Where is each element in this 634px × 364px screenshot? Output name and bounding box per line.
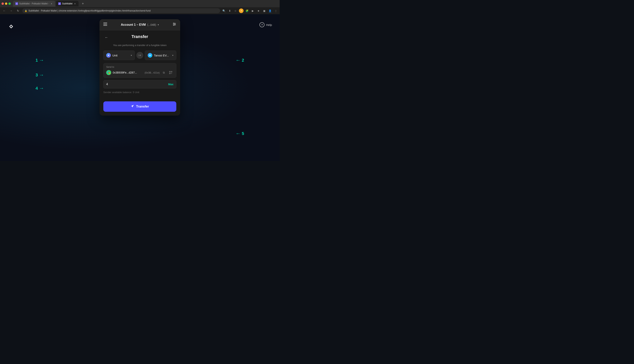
send-to-label: Send to — [106, 66, 173, 68]
menu-dots-icon[interactable]: ⋮ — [274, 8, 278, 13]
svg-point-7 — [173, 23, 174, 24]
panel-header: Account 1 – EVM (...04B) ▾ — [100, 19, 180, 30]
address-avatar — [106, 70, 111, 75]
from-chain-logo — [106, 53, 111, 58]
transfer-button-label: Transfer — [136, 105, 149, 108]
to-chain-selector[interactable]: Tanssi EV... ▾ — [145, 50, 176, 60]
sender-balance: Sender available balance: 5 Unit — [103, 91, 176, 94]
extension-icon-4[interactable]: ★ — [256, 8, 261, 13]
help-circle-icon: ? — [259, 22, 264, 27]
tab-label-2: SubWallet — [62, 2, 73, 5]
svg-rect-1 — [103, 23, 107, 23]
svg-rect-2 — [103, 24, 107, 24]
amount-field[interactable]: 4 Max — [103, 80, 176, 88]
qr-scan-button[interactable] — [168, 70, 173, 75]
to-chain-logo — [148, 53, 152, 58]
annotation-5: ← 5 — [236, 130, 244, 136]
from-chain-left: Unit — [106, 53, 118, 58]
send-icon — [131, 104, 134, 109]
tab-bar: S SubWallet - Polkadot Wallet - ✕ S SubW… — [0, 0, 280, 7]
svg-point-9 — [173, 25, 174, 26]
tab-close-1[interactable]: ✕ — [50, 2, 53, 5]
annotation-4: 4 → — [36, 85, 44, 91]
settings-icon[interactable] — [173, 22, 176, 27]
transfer-title: Transfer — [110, 34, 170, 39]
address-bar: ← → ↻ 🔒 SubWallet - Polkadot Wallet | ch… — [0, 7, 280, 14]
transfer-button[interactable]: Transfer — [103, 101, 176, 112]
tab-subwallet[interactable]: S SubWallet ✕ — [56, 1, 79, 6]
new-tab-button[interactable]: + — [80, 1, 86, 6]
zoom-icon[interactable]: 🔍 — [222, 8, 226, 13]
extension-icon-2[interactable]: 🧩 — [245, 8, 249, 13]
help-button[interactable]: ? Help — [259, 22, 272, 27]
from-chain-chevron-icon: ▾ — [131, 54, 132, 57]
back-button[interactable]: ← — [103, 34, 110, 40]
svg-rect-17 — [170, 72, 170, 72]
forward-button[interactable]: → — [9, 8, 14, 14]
browser-chrome: S SubWallet - Polkadot Wallet - ✕ S SubW… — [0, 0, 280, 14]
bookmark-icon[interactable]: ☆ — [233, 8, 238, 13]
transfer-direction-arrow — [136, 52, 143, 59]
svg-rect-19 — [170, 73, 170, 74]
arrow-right-1: → — [39, 57, 44, 63]
recipient-address: 0x3B939Fe...d287... — [113, 71, 143, 74]
wallet-panel: Account 1 – EVM (...04B) ▾ ← Transfer Yo… — [100, 19, 180, 116]
subwallet-logo — [8, 23, 15, 30]
back-button[interactable]: ← — [2, 8, 7, 14]
profile-icon[interactable]: 👤 — [268, 8, 272, 13]
transfer-subtitle: You are performing a transfer of a fungi… — [103, 44, 176, 47]
tab-favicon-2: S — [58, 2, 61, 5]
toolbar-right: 🔍 ⬇ ☆ ? 🧩 ▶ ★ ▣ 👤 ⋮ — [222, 8, 278, 13]
from-chain-selector[interactable]: Unit ▾ — [103, 50, 135, 60]
svg-rect-20 — [171, 73, 172, 73]
extension-icon-1[interactable]: ? — [239, 8, 244, 13]
chain-selectors-row: Unit ▾ — [103, 50, 176, 60]
svg-point-8 — [175, 24, 175, 24]
from-chain-name: Unit — [112, 54, 118, 57]
maximize-window-button[interactable] — [9, 2, 11, 5]
tab-subwallet-polkadot[interactable]: S SubWallet - Polkadot Wallet - ✕ — [13, 1, 55, 6]
account-name: Account 1 – EVM — [121, 23, 146, 26]
transfer-section: ← Transfer You are performing a transfer… — [100, 30, 180, 116]
to-chain-name: Tanssi EV... — [154, 54, 169, 57]
account-selector[interactable]: Account 1 – EVM (...04B) ▾ — [121, 23, 159, 26]
annotation-1: 1 → — [36, 57, 44, 63]
copy-address-button[interactable]: ⧉ — [161, 70, 167, 75]
annotation-3: 3 → — [36, 72, 44, 78]
extension-icon-5[interactable]: ▣ — [262, 8, 267, 13]
arrow-right-3: → — [39, 72, 44, 78]
svg-rect-3 — [103, 25, 107, 26]
minimize-window-button[interactable] — [5, 2, 7, 5]
tab-close-2[interactable]: ✕ — [74, 2, 76, 5]
close-window-button[interactable] — [2, 2, 4, 5]
url-bar[interactable]: 🔒 SubWallet - Polkadot Wallet | chrome-e… — [22, 8, 220, 13]
extension-icon-3[interactable]: ▶ — [250, 8, 255, 13]
arrow-left-5: ← — [236, 130, 241, 136]
refresh-button[interactable]: ↻ — [15, 8, 21, 14]
hamburger-menu-icon[interactable] — [103, 23, 107, 27]
to-chain-left: Tanssi EV... — [148, 53, 169, 58]
tab-label-1: SubWallet - Polkadot Wallet - — [19, 2, 49, 5]
traffic-lights — [2, 2, 11, 5]
svg-rect-22 — [171, 74, 172, 74]
svg-rect-23 — [172, 74, 172, 74]
recipient-address-short: (0x3B...421e) — [145, 71, 160, 74]
annotation-2: ← 2 — [236, 57, 244, 63]
help-label: Help — [266, 23, 272, 26]
arrow-right-4: → — [39, 85, 44, 91]
svg-point-13 — [108, 72, 109, 73]
to-chain-chevron-icon: ▾ — [172, 54, 173, 57]
svg-rect-21 — [172, 73, 172, 73]
tab-favicon-1: S — [15, 2, 18, 5]
lock-icon: 🔒 — [25, 10, 27, 12]
account-address: (...04B) — [147, 23, 156, 26]
account-chevron-icon: ▾ — [158, 24, 159, 26]
svg-rect-18 — [172, 72, 172, 72]
max-button[interactable]: Max — [168, 83, 173, 86]
send-to-content: 0x3B939Fe...d287... (0x3B...421e) ⧉ — [106, 70, 173, 75]
download-icon[interactable]: ⬇ — [227, 8, 232, 13]
url-text: SubWallet - Polkadot Wallet | chrome-ext… — [29, 10, 151, 12]
arrow-left-2: ← — [236, 57, 241, 63]
send-to-field: Send to 0x3B939Fe...d287... (0x3B...421e… — [103, 63, 176, 78]
amount-value: 4 — [106, 82, 108, 86]
